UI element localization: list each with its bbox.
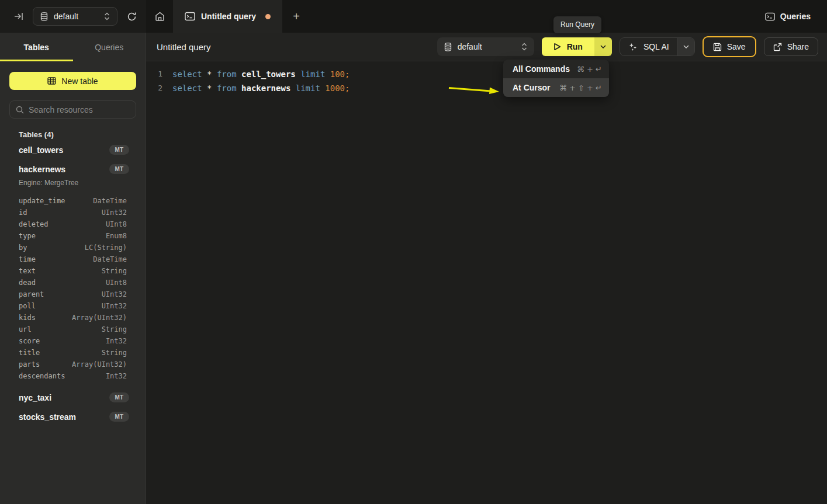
column-name: time <box>19 255 36 263</box>
query-database-selector[interactable]: default <box>437 37 534 56</box>
column-type: UInt8 <box>106 220 127 228</box>
sql-ai-button[interactable]: SQL AI <box>620 38 677 55</box>
table-name: nyc_taxi <box>19 393 51 402</box>
search-input[interactable] <box>29 105 130 114</box>
database-icon <box>444 43 452 51</box>
column-type: Int32 <box>106 337 127 345</box>
table-row[interactable]: stocks_streamMT <box>9 407 136 426</box>
menu-item-at-cursor[interactable]: At Cursor⌘ + ⇧ + ↵ <box>503 78 609 97</box>
share-button[interactable]: Share <box>764 37 818 56</box>
chevron-down-icon <box>600 45 606 48</box>
search-box <box>9 100 136 119</box>
search-icon <box>16 106 24 114</box>
menu-item-label: At Cursor <box>513 83 551 92</box>
column-name: type <box>19 232 36 240</box>
top-bar-right: Queries <box>765 0 827 33</box>
table-row[interactable]: nyc_taxiMT <box>9 388 136 407</box>
column-name: title <box>19 349 40 357</box>
menu-item-label: All Commands <box>513 64 570 74</box>
table-row[interactable]: hackernewsMT <box>9 159 136 179</box>
unsaved-changes-dot <box>265 14 271 19</box>
engine-badge: MT <box>109 164 129 174</box>
sql-ai-dropdown-button[interactable] <box>677 38 694 55</box>
run-query-tooltip: Run Query <box>553 16 601 33</box>
main-panel: Untitled query default <box>146 33 827 504</box>
sql-ai-label: SQL AI <box>643 42 669 51</box>
tab-strip: Untitled query + <box>146 0 310 33</box>
top-bar: default Untitled query <box>0 0 827 33</box>
save-button[interactable]: Save <box>703 36 756 57</box>
refresh-button[interactable] <box>124 9 139 24</box>
terminal-icon <box>185 12 195 21</box>
chevron-down-icon <box>683 45 689 48</box>
code-text: select * from hackernews limit 1000; <box>172 81 350 95</box>
query-toolbar: default Run <box>437 36 818 57</box>
column-type: String <box>102 349 127 357</box>
line-number: 1 <box>155 67 162 81</box>
save-icon <box>713 43 722 51</box>
menu-item-all-commands[interactable]: All Commands⌘ + ↵ <box>503 60 609 78</box>
sidebar-content: New table Tables (4) cell_towersMThacker… <box>0 61 146 426</box>
column-name: text <box>19 267 36 275</box>
column-name: score <box>19 337 40 345</box>
column-type: UInt32 <box>102 208 127 217</box>
column-row: deadUInt8 <box>9 277 136 289</box>
plus-icon: + <box>293 10 300 23</box>
line-number: 2 <box>155 81 162 95</box>
column-row: descendantsInt32 <box>9 370 136 382</box>
database-icon <box>40 12 48 21</box>
database-selector[interactable]: default <box>33 7 117 26</box>
save-button-label: Save <box>727 42 746 51</box>
query-header: Untitled query default <box>146 33 827 61</box>
column-name: deleted <box>19 220 49 228</box>
column-row: partsArray(UInt32) <box>9 359 136 370</box>
column-type: DateTime <box>93 197 127 205</box>
code-line: 2select * from hackernews limit 1000; <box>155 81 827 95</box>
token-keyword: limit <box>300 69 330 79</box>
column-row: pollUInt32 <box>9 300 136 312</box>
column-type: Int32 <box>106 372 127 380</box>
run-options-dropdown-button[interactable] <box>594 37 612 56</box>
home-icon <box>155 12 165 21</box>
collapse-sidebar-button[interactable] <box>12 10 26 23</box>
code-text: select * from cell_towers limit 100; <box>172 67 350 81</box>
column-name: dead <box>19 279 36 287</box>
column-row: parentUInt32 <box>9 289 136 300</box>
sql-editor[interactable]: 1select * from cell_towers limit 100;2se… <box>146 61 827 504</box>
play-icon <box>553 43 561 51</box>
column-row: timeDateTime <box>9 253 136 265</box>
token-star: * <box>207 84 217 93</box>
token-keyword: limit <box>296 84 326 93</box>
tab-untitled-query[interactable]: Untitled query <box>173 0 282 33</box>
new-table-button[interactable]: New table <box>9 72 136 90</box>
column-type: LC(String) <box>85 244 127 252</box>
token-number: 1000 <box>325 84 345 93</box>
token-number: 100 <box>330 69 345 79</box>
table-row[interactable]: cell_towersMT <box>9 140 136 159</box>
engine-badge: MT <box>109 145 129 155</box>
token-punct: ; <box>345 69 350 79</box>
token-keyword: from <box>217 69 241 79</box>
sidebar-tab-queries[interactable]: Queries <box>73 33 146 61</box>
column-type: String <box>102 325 127 333</box>
column-row: idUInt32 <box>9 207 136 218</box>
token-keyword: select <box>172 69 207 79</box>
queries-button-label: Queries <box>780 12 811 21</box>
run-button[interactable]: Run <box>542 37 594 56</box>
column-name: parts <box>19 360 40 369</box>
code-line: 1select * from cell_towers limit 100; <box>155 67 827 81</box>
queries-button[interactable]: Queries <box>765 12 811 21</box>
run-button-label: Run <box>567 42 583 51</box>
home-button[interactable] <box>146 0 173 33</box>
sidebar: Tables Queries New table Tables (4 <box>0 33 146 504</box>
run-options-menu: All Commands⌘ + ↵At Cursor⌘ + ⇧ + ↵ <box>503 60 609 97</box>
column-type: String <box>102 267 127 275</box>
column-name: id <box>19 208 27 217</box>
engine-badge: MT <box>109 392 129 402</box>
column-name: update_time <box>19 197 65 205</box>
column-type: UInt8 <box>106 279 127 287</box>
column-type: Enum8 <box>106 232 127 240</box>
new-tab-button[interactable]: + <box>282 0 310 33</box>
collapse-sidebar-icon <box>14 12 23 20</box>
sidebar-tab-tables[interactable]: Tables <box>0 33 73 61</box>
